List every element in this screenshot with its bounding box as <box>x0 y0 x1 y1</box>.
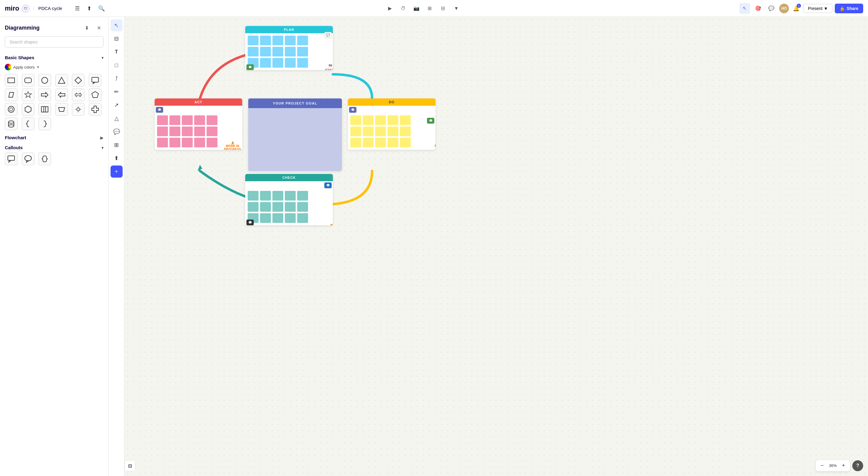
shape-arrow-right[interactable] <box>38 89 51 101</box>
act-board: ACT 💬 ⚠️WORK INPROGRESS <box>155 98 242 150</box>
upload-tool-button[interactable]: ⬆ <box>111 152 123 164</box>
vertical-toolbar: ↖ ⊟ T □ ⤴ ✏ ↗ △ 💬 ⊞ ⬆ + <box>109 17 124 238</box>
shape-circle[interactable] <box>38 74 51 87</box>
frame-tool-button[interactable]: ⊟ <box>111 33 123 45</box>
act-chat-1: 💬 <box>156 107 163 113</box>
svg-marker-12 <box>92 92 98 98</box>
flowchart-label: Flowchart <box>5 135 26 140</box>
flowchart-chevron: ▶ <box>100 135 103 140</box>
plan-chat-1: 💬 <box>324 32 332 38</box>
sticky-note-button[interactable]: □ <box>111 59 123 71</box>
shape-pentagon[interactable] <box>89 89 101 101</box>
nav-tool-arrow[interactable]: ▶ <box>384 3 395 14</box>
svg-marker-27 <box>9 160 11 162</box>
svg-marker-9 <box>41 92 48 97</box>
shape-rounded-rect[interactable] <box>22 74 34 87</box>
shape-parallelogram[interactable] <box>5 89 18 101</box>
svg-marker-8 <box>25 92 31 98</box>
wip-sticker: ⚠️WORK INPROGRESS <box>224 141 241 150</box>
svg-marker-33 <box>197 165 203 171</box>
nav-tool-video[interactable]: 📷 <box>411 3 422 14</box>
svg-marker-29 <box>26 161 28 162</box>
close-sidebar-button[interactable]: ✕ <box>94 23 103 33</box>
pen-tool-button[interactable]: ✏ <box>111 86 123 98</box>
svg-marker-21 <box>92 106 98 113</box>
download-shapes-button[interactable]: ⬇ <box>82 23 92 33</box>
shape-tool-button[interactable]: △ <box>111 113 123 124</box>
check-chat-1: 💬 <box>324 183 332 188</box>
shape-trapezoid[interactable] <box>55 103 68 116</box>
callout-brace[interactable] <box>38 153 51 165</box>
project-badge: 🛡 <box>22 4 30 12</box>
svg-point-13 <box>8 106 14 113</box>
logo-area: miro 🛡 PDCA cycle <box>0 4 69 12</box>
callouts-section-header[interactable]: Callouts ▾ <box>0 142 108 153</box>
svg-marker-19 <box>59 107 65 112</box>
shape-star[interactable] <box>22 89 34 101</box>
svg-point-25 <box>8 125 14 127</box>
shape-ring[interactable] <box>5 103 18 116</box>
nav-icons-left: ☰ ⬆ 🔍 <box>72 3 107 14</box>
arrow-tool-button[interactable]: ↗ <box>111 99 123 111</box>
do-chat-2: 💬 <box>427 118 434 124</box>
select-tool-button[interactable]: ↖ <box>111 19 123 31</box>
do-header: DO <box>348 98 434 106</box>
upload-button[interactable]: ⬆ <box>84 3 95 14</box>
svg-marker-11 <box>75 93 82 97</box>
shape-brace-left[interactable] <box>22 118 34 130</box>
plan-stickies <box>248 36 331 68</box>
flowchart-section-header[interactable]: Flowchart ▶ <box>0 133 108 142</box>
svg-point-28 <box>25 156 31 161</box>
crop-tool-button[interactable]: ⊞ <box>111 139 123 151</box>
canvas-area[interactable]: PLAN 💬 💬 🏁STARTHERE DO 💬 💬 <box>124 17 434 238</box>
act-header: ACT <box>155 98 242 106</box>
callouts-chevron: ▾ <box>101 145 103 150</box>
svg-marker-15 <box>25 106 31 113</box>
svg-point-20 <box>77 108 80 111</box>
shape-rectangle[interactable] <box>5 74 18 87</box>
color-wheel-icon <box>5 64 11 70</box>
svg-marker-7 <box>9 92 13 97</box>
shape-cylinder[interactable] <box>5 118 18 130</box>
basic-shapes-section-header[interactable]: Basic Shapes ▾ <box>0 53 108 63</box>
apply-colors-chevron: ▾ <box>37 65 39 69</box>
nav-tool-timer[interactable]: ⏱ <box>398 3 409 14</box>
project-name[interactable]: PDCA cycle <box>33 6 65 11</box>
nav-tool-screen[interactable]: ⊞ <box>424 3 434 14</box>
apply-colors-label: Apply colors <box>13 65 35 69</box>
shape-diamond[interactable] <box>72 74 85 87</box>
top-navbar: miro 🛡 PDCA cycle ☰ ⬆ 🔍 ▶ ⏱ 📷 ⊞ ⊟ ▼ ↖ 🎯 … <box>0 0 434 17</box>
basic-shapes-grid <box>0 74 108 133</box>
search-button[interactable]: 🔍 <box>96 3 107 14</box>
basic-shapes-label: Basic Shapes <box>5 55 34 60</box>
goal-header: YOUR PROJECT GOAL <box>248 98 342 108</box>
comment-tool-button[interactable]: 💬 <box>111 126 123 138</box>
sidebar-title: Diagramming <box>5 25 39 31</box>
shape-hexagon[interactable] <box>22 103 34 116</box>
search-shapes-input[interactable] <box>9 39 99 44</box>
shape-triangle[interactable] <box>55 74 68 87</box>
shape-cross[interactable] <box>89 103 101 116</box>
callouts-grid <box>0 153 108 168</box>
callout-speech-rect[interactable] <box>5 153 18 165</box>
shape-arrow-left[interactable] <box>55 89 68 101</box>
shape-brace-right[interactable] <box>38 118 51 130</box>
add-tool-button[interactable]: + <box>111 165 123 178</box>
shape-arrow-both[interactable] <box>72 89 85 101</box>
shape-columns[interactable] <box>38 103 51 116</box>
callouts-label: Callouts <box>5 145 23 150</box>
plan-board: PLAN 💬 💬 🏁STARTHERE <box>245 26 333 70</box>
callout-speech-round[interactable] <box>22 153 34 165</box>
search-shapes-container[interactable] <box>5 36 103 48</box>
shape-gear[interactable] <box>72 103 85 116</box>
svg-rect-0 <box>8 78 14 83</box>
shape-callout-rect[interactable] <box>89 74 101 87</box>
svg-rect-26 <box>8 156 14 160</box>
svg-rect-16 <box>41 106 48 112</box>
diagramming-sidebar: Diagramming ⬇ ✕ Basic Shapes ▾ Apply col… <box>0 17 109 238</box>
connect-tool-button[interactable]: ⤴ <box>111 72 123 85</box>
text-tool-button[interactable]: T <box>111 46 123 58</box>
hamburger-button[interactable]: ☰ <box>72 3 83 14</box>
apply-colors-row[interactable]: Apply colors ▾ <box>0 63 108 74</box>
hmm-sticker: 🤔HMM <box>328 224 333 225</box>
